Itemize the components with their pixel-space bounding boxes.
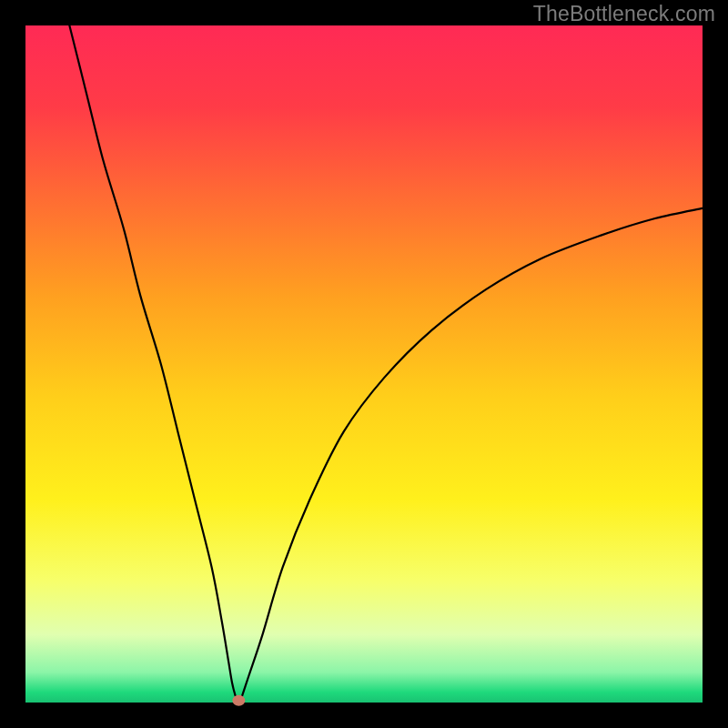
bottleneck-chart [0,0,728,728]
chart-container: TheBottleneck.com [0,0,728,728]
chart-plot-area [25,25,703,703]
watermark-text: TheBottleneck.com [533,2,715,26]
optimal-point-marker [232,695,245,706]
